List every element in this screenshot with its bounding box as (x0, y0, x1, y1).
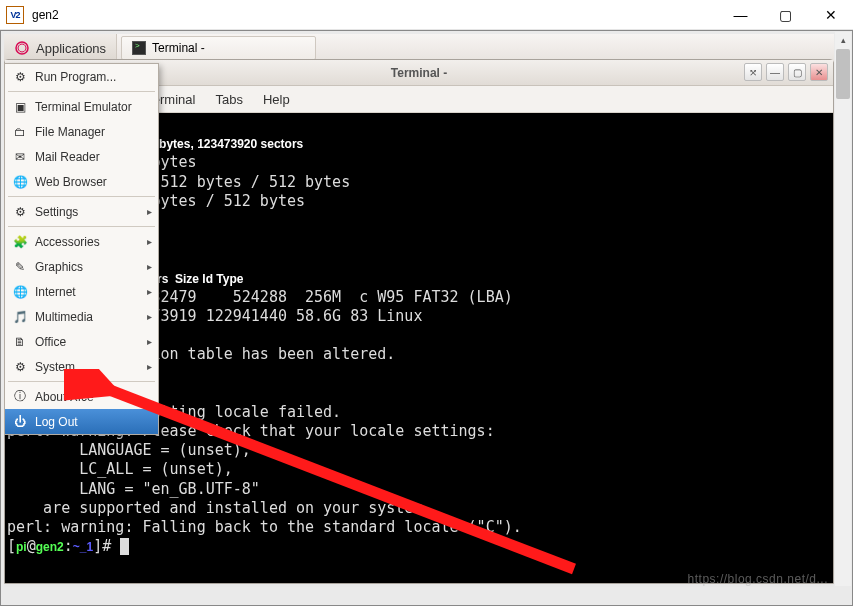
menu-item-label: Internet (35, 285, 76, 299)
menu-item-label: Run Program... (35, 70, 116, 84)
menu-separator (8, 381, 155, 382)
menubar-item-tabs[interactable]: Tabs (215, 92, 242, 107)
vnc-icon: V2 (6, 6, 24, 24)
menu-item-label: Terminal Emulator (35, 100, 132, 114)
menu-item-icon: 🗀 (12, 124, 28, 140)
terminal-pin-button[interactable]: ⤧ (744, 63, 762, 81)
menu-item-label: Web Browser (35, 175, 107, 189)
vnc-viewport-frame: ▴ Applications Termina (0, 30, 853, 606)
menu-separator (8, 91, 155, 92)
menu-item-file-manager[interactable]: 🗀File Manager (5, 119, 158, 144)
menu-item-accessories[interactable]: 🧩Accessories▸ (5, 229, 158, 254)
scrollbar-thumb[interactable] (836, 49, 850, 99)
menu-item-web-browser[interactable]: 🌐Web Browser (5, 169, 158, 194)
vertical-scrollbar[interactable]: ▴ (835, 32, 851, 586)
close-button[interactable]: ✕ (808, 0, 853, 29)
menu-item-icon: ⚙ (12, 69, 28, 85)
applications-menu-button[interactable]: Applications (4, 34, 117, 62)
menu-item-label: Graphics (35, 260, 83, 274)
menu-item-graphics[interactable]: ✎Graphics▸ (5, 254, 158, 279)
menu-item-label: Log Out (35, 415, 78, 429)
terminal-title: Terminal - (391, 66, 447, 80)
menu-item-icon: ⓘ (12, 389, 28, 405)
menu-item-label: Accessories (35, 235, 100, 249)
submenu-arrow-icon: ▸ (147, 286, 152, 297)
maximize-button[interactable]: ▢ (763, 0, 808, 29)
watermark-text: https://blog.csdn.net/d... (688, 572, 828, 586)
terminal-icon (132, 41, 146, 55)
menu-item-icon: ⏻ (12, 414, 28, 430)
menu-item-icon: 🌐 (12, 174, 28, 190)
vnc-titlebar: V2 gen2 — ▢ ✕ (0, 0, 853, 30)
menubar-item-help[interactable]: Help (263, 92, 290, 107)
menu-item-run-program[interactable]: ⚙Run Program... (5, 64, 158, 89)
menu-item-label: File Manager (35, 125, 105, 139)
menu-item-label: Office (35, 335, 66, 349)
menu-item-label: Settings (35, 205, 78, 219)
menu-item-icon: 🗎 (12, 334, 28, 350)
terminal-maximize-button[interactable]: ▢ (788, 63, 806, 81)
menu-item-mail-reader[interactable]: ✉Mail Reader (5, 144, 158, 169)
menu-item-icon: ⚙ (12, 204, 28, 220)
terminal-close-button[interactable]: ✕ (810, 63, 828, 81)
menu-item-about-xfce[interactable]: ⓘAbout Xfce (5, 384, 158, 409)
menu-item-label: System (35, 360, 75, 374)
submenu-arrow-icon: ▸ (147, 236, 152, 247)
menu-item-icon: ✉ (12, 149, 28, 165)
vnc-title: gen2 (32, 8, 59, 22)
taskbar-item-terminal[interactable]: Terminal - (121, 36, 316, 60)
minimize-button[interactable]: — (718, 0, 763, 29)
menu-item-multimedia[interactable]: 🎵Multimedia▸ (5, 304, 158, 329)
submenu-arrow-icon: ▸ (147, 261, 152, 272)
menu-item-icon: ✎ (12, 259, 28, 275)
submenu-arrow-icon: ▸ (147, 361, 152, 372)
menu-item-icon: ▣ (12, 99, 28, 115)
menu-item-internet[interactable]: 🌐Internet▸ (5, 279, 158, 304)
menu-item-label: Multimedia (35, 310, 93, 324)
menu-item-icon: ⚙ (12, 359, 28, 375)
applications-menu: ⚙Run Program...▣Terminal Emulator🗀File M… (4, 63, 159, 435)
menu-item-office[interactable]: 🗎Office▸ (5, 329, 158, 354)
menu-item-terminal-emulator[interactable]: ▣Terminal Emulator (5, 94, 158, 119)
menu-item-icon: 🌐 (12, 284, 28, 300)
terminal-minimize-button[interactable]: — (766, 63, 784, 81)
menu-item-icon: 🎵 (12, 309, 28, 325)
menu-item-icon: 🧩 (12, 234, 28, 250)
menu-separator (8, 196, 155, 197)
submenu-arrow-icon: ▸ (147, 206, 152, 217)
menu-item-system[interactable]: ⚙System▸ (5, 354, 158, 379)
menu-item-log-out[interactable]: ⏻Log Out (5, 409, 158, 434)
menu-item-settings[interactable]: ⚙Settings▸ (5, 199, 158, 224)
menu-item-label: Mail Reader (35, 150, 100, 164)
menu-separator (8, 226, 155, 227)
submenu-arrow-icon: ▸ (147, 311, 152, 322)
remote-desktop: Applications Terminal - Terminal - ⤧ — ▢… (4, 34, 834, 587)
submenu-arrow-icon: ▸ (147, 336, 152, 347)
menu-item-label: About Xfce (35, 390, 94, 404)
scroll-up-arrow-icon[interactable]: ▴ (836, 33, 850, 47)
debian-logo-icon (14, 40, 30, 56)
applications-label: Applications (36, 41, 106, 56)
taskbar-item-label: Terminal - (152, 41, 205, 55)
